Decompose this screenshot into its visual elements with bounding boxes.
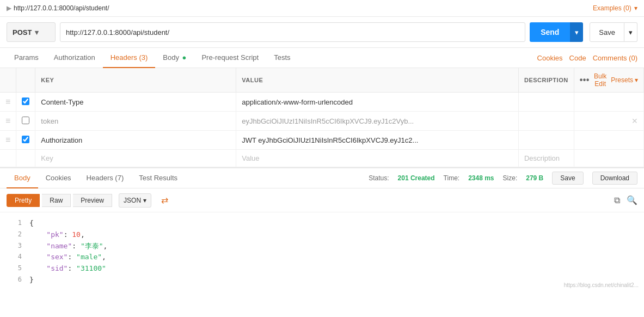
search-icon[interactable]: 🔍 — [627, 195, 637, 205]
new-desc-input[interactable] — [524, 154, 568, 162]
row2-key-cell — [35, 112, 236, 131]
row3-key-input[interactable] — [41, 136, 230, 144]
view-raw-button[interactable]: Raw — [42, 194, 71, 207]
row1-checkbox[interactable] — [22, 97, 29, 105]
response-section: Body Cookies Headers (7) Test Results St… — [0, 167, 644, 291]
response-body-toolbar: Pretty Raw Preview JSON ▾ ⇄ ⧉ 🔍 — [0, 188, 644, 212]
tab-headers[interactable]: Headers (3) — [103, 48, 156, 68]
status-value: 201 Created — [398, 174, 435, 182]
presets-button[interactable]: Presets ▾ — [611, 76, 638, 84]
tab-links: Cookies Code Comments (0) — [537, 50, 637, 66]
time-label: Time: — [444, 174, 460, 182]
examples-dropdown-arrow: ▾ — [634, 4, 637, 12]
new-row-actions — [574, 150, 643, 167]
response-tab-headers[interactable]: Headers (7) — [79, 168, 132, 188]
response-tab-body[interactable]: Body — [7, 168, 38, 188]
row1-value-input[interactable] — [242, 98, 513, 106]
view-pretty-button[interactable]: Pretty — [7, 194, 40, 207]
row2-key-input[interactable] — [41, 117, 230, 125]
send-dropdown-button[interactable]: ▾ — [570, 22, 583, 42]
format-select[interactable]: JSON ▾ — [119, 193, 151, 208]
new-value-input[interactable] — [242, 154, 513, 162]
code-link[interactable]: Code — [569, 54, 586, 62]
row1-checkbox-cell — [16, 93, 35, 112]
body-dot-icon: ● — [182, 53, 187, 62]
request-row: POST ▾ Send ▾ Save ▾ — [0, 17, 644, 48]
row2-delete-icon[interactable]: ✕ — [631, 117, 638, 125]
row3-value-input[interactable] — [242, 136, 513, 144]
row2-actions: ✕ — [574, 112, 643, 131]
comments-link[interactable]: Comments (0) — [593, 54, 637, 62]
col-check — [16, 68, 35, 93]
response-tab-test-results[interactable]: Test Results — [131, 168, 185, 188]
row2-desc-cell — [518, 112, 574, 131]
cookies-link[interactable]: Cookies — [537, 54, 563, 62]
row1-desc-cell — [518, 93, 574, 112]
bulk-edit-button[interactable]: Bulk Edit — [594, 72, 606, 88]
drag-handle[interactable]: ≡ — [0, 93, 16, 112]
row1-value-cell — [236, 93, 519, 112]
col-desc: DESCRIPTION — [518, 68, 574, 93]
wrap-button[interactable]: ⇄ — [157, 193, 173, 208]
method-label: POST — [13, 28, 32, 36]
format-chevron-icon: ▾ — [143, 197, 146, 204]
code-line-2: 2 "pk": 10, — [0, 229, 644, 241]
row3-key-cell — [35, 131, 236, 150]
code-line-3: 3 "name": "李泰", — [0, 241, 644, 252]
response-status-area: Status: 201 Created Time: 2348 ms Size: … — [369, 168, 637, 188]
row1-key-cell — [35, 93, 236, 112]
row2-value-input[interactable] — [242, 117, 513, 125]
tab-tests[interactable]: Tests — [266, 48, 298, 68]
response-save-button[interactable]: Save — [552, 172, 583, 185]
row3-drag[interactable]: ≡ — [0, 131, 16, 150]
response-download-button[interactable]: Download — [592, 172, 637, 185]
row3-checkbox[interactable] — [22, 136, 29, 143]
row3-desc-input[interactable] — [524, 136, 568, 144]
tab-params[interactable]: Params — [7, 48, 46, 68]
new-key-input[interactable] — [41, 154, 230, 162]
code-line-4: 4 "sex": "male", — [0, 252, 644, 263]
row2-desc-input[interactable] — [524, 117, 568, 125]
row2-checkbox[interactable] — [22, 117, 29, 124]
send-button[interactable]: Send — [530, 22, 570, 42]
new-row-desc-cell — [518, 150, 574, 167]
row1-key-input[interactable] — [41, 98, 230, 106]
save-button[interactable]: Save — [590, 22, 624, 42]
presets-chevron-icon: ▾ — [635, 76, 638, 84]
request-tabs-row: Params Authorization Headers (3) Body ● … — [0, 48, 644, 68]
response-tabs-row: Body Cookies Headers (7) Test Results St… — [0, 168, 644, 188]
method-select[interactable]: POST ▾ — [7, 22, 56, 42]
examples-link[interactable]: Examples (0) ▾ — [593, 4, 637, 12]
size-value: 279 B — [526, 174, 543, 182]
col-key: KEY — [35, 68, 236, 93]
code-area: 1 { 2 "pk": 10, 3 "name": "李泰", 4 "sex":… — [0, 212, 644, 291]
breadcrumb-arrow: ▶ — [7, 4, 11, 12]
watermark: https://blog.csdn.net/chinalit2... — [564, 282, 639, 288]
row2-drag[interactable]: ≡ — [0, 112, 16, 131]
tab-authorization[interactable]: Authorization — [46, 48, 103, 68]
code-line-5: 5 "sid": "31100" — [0, 263, 644, 275]
row3-checkbox-cell — [16, 131, 35, 150]
code-line-6: 6 } — [0, 275, 644, 286]
save-btn-group: Save ▾ — [590, 22, 637, 42]
new-row-key-cell — [35, 150, 236, 167]
url-breadcrumb: ▶ http://127.0.0.1:8000/api/student/ — [7, 4, 588, 12]
new-row-drag — [0, 150, 16, 167]
col-drag — [0, 68, 16, 93]
url-input[interactable] — [60, 22, 525, 42]
table-row: ≡ — [0, 93, 644, 112]
view-preview-button[interactable]: Preview — [73, 194, 112, 207]
tab-body[interactable]: Body ● — [155, 48, 194, 68]
save-dropdown-button[interactable]: ▾ — [624, 22, 637, 42]
more-icon[interactable]: ••• — [580, 75, 590, 85]
time-value: 2348 ms — [468, 174, 494, 182]
row1-desc-input[interactable] — [524, 98, 568, 106]
response-tab-cookies[interactable]: Cookies — [38, 168, 79, 188]
table-row: ≡ — [0, 131, 644, 150]
method-chevron-icon: ▾ — [35, 28, 39, 36]
copy-icon[interactable]: ⧉ — [614, 196, 620, 205]
row2-checkbox-cell — [16, 112, 35, 131]
code-line-1: 1 { — [0, 218, 644, 229]
new-row-value-cell — [236, 150, 519, 167]
tab-prerequest[interactable]: Pre-request Script — [194, 48, 266, 68]
